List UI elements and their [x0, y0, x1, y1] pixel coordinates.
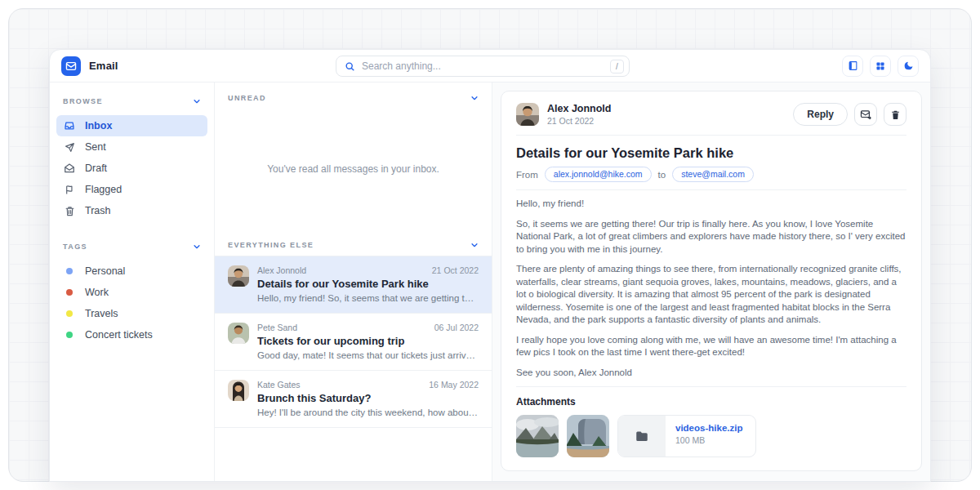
sidebar-item-label: Sent	[85, 141, 106, 153]
tags-section-header[interactable]: TAGS	[50, 239, 214, 254]
email-date: 06 Jul 2022	[434, 323, 479, 332]
sidebar-item-sent[interactable]: Sent	[56, 136, 207, 158]
tags-label: TAGS	[63, 243, 87, 251]
chevron-down-icon[interactable]	[470, 241, 479, 249]
avatar	[228, 323, 249, 344]
everything-else-label: EVERYTHING ELSE	[228, 241, 314, 249]
unread-section-header[interactable]: UNREAD	[215, 82, 492, 109]
chevron-down-icon[interactable]	[193, 97, 201, 105]
email-preview: Hey! I'll be around the city this weeken…	[257, 408, 479, 417]
search-shortcut-badge: /	[610, 60, 624, 74]
tag-color-dot	[66, 310, 73, 317]
file-attachment[interactable]: videos-hike.zip 100 MB	[617, 415, 756, 457]
body-paragraph: Hello, my friend!	[516, 198, 906, 211]
browse-label: BROWSE	[63, 97, 103, 105]
dark-mode-toggle[interactable]	[898, 56, 919, 77]
app-header: Email /	[50, 50, 930, 82]
unread-label: UNREAD	[228, 94, 266, 102]
reply-button[interactable]: Reply	[793, 103, 848, 126]
contacts-button[interactable]	[842, 56, 863, 77]
file-name: videos-hike.zip	[675, 423, 742, 433]
message-list-column: UNREAD You've read all messages in your …	[215, 82, 492, 482]
unread-empty-message: You've read all messages in your inbox.	[215, 109, 492, 229]
from-address-chip[interactable]: alex.jonnold@hike.com	[545, 167, 652, 182]
email-sender: Pete Sand	[257, 323, 297, 332]
avatar	[516, 103, 539, 126]
from-label: From	[516, 170, 538, 180]
tag-item-work[interactable]: Work	[56, 282, 207, 303]
email-sender: Kate Gates	[257, 380, 301, 390]
email-date: 16 May 2022	[429, 380, 479, 390]
tag-label: Concert tickets	[85, 329, 153, 341]
detail-header: Alex Jonnold 21 Oct 2022 Reply	[516, 103, 906, 136]
email-preview: Hello, my friend! So, it seems that we a…	[257, 293, 479, 303]
detail-subject: Details for our Yosemite Park hike	[516, 145, 906, 161]
detail-route: From alex.jonnold@hike.com to steve@mail…	[516, 167, 906, 190]
folder-icon	[618, 416, 666, 457]
email-sender: Alex Jonnold	[257, 265, 306, 275]
sidebar-item-flagged[interactable]: Flagged	[56, 179, 207, 200]
tags-nav: Personal Work Travels Concert tickets	[50, 261, 214, 345]
tag-color-dot	[66, 289, 73, 296]
tag-item-travels[interactable]: Travels	[56, 303, 207, 324]
sidebar-item-trash[interactable]: Trash	[56, 200, 207, 221]
mail-forward-icon	[860, 109, 871, 120]
email-subject: Tickets for our upcoming trip	[257, 335, 479, 347]
email-list-item[interactable]: Kate Gates 16 May 2022 Brunch this Satur…	[215, 371, 492, 428]
email-logo-icon	[61, 56, 81, 76]
tag-color-dot	[66, 268, 73, 274]
attachments-row: videos-hike.zip 100 MB	[516, 415, 906, 457]
tag-color-dot	[66, 332, 73, 338]
app-brand: Email	[61, 56, 118, 76]
body-paragraph: I really hope you love coming along with…	[516, 334, 906, 359]
flag-icon	[64, 185, 75, 195]
photo-attachment-half-dome[interactable]	[567, 415, 609, 457]
delete-button[interactable]	[884, 103, 906, 126]
chevron-down-icon[interactable]	[193, 243, 201, 251]
to-address-chip[interactable]: steve@mail.com	[672, 167, 754, 182]
header-actions	[842, 56, 919, 77]
email-list-item[interactable]: Pete Sand 06 Jul 2022 Tickets for our up…	[215, 314, 492, 371]
email-subject: Brunch this Saturday?	[257, 392, 479, 404]
email-subject: Details for our Yosemite Park hike	[257, 278, 479, 290]
attachments-label: Attachments	[516, 396, 906, 408]
avatar	[228, 380, 249, 401]
email-app-window: Email /	[49, 49, 931, 482]
body-paragraph: So, it seems we are getting there! Our t…	[516, 218, 906, 256]
send-icon	[64, 142, 75, 153]
grid-icon	[875, 61, 885, 71]
message-body: Hello, my friend! So, it seems we are ge…	[516, 190, 906, 387]
body-paragraph: There are plenty of amazing things to se…	[516, 263, 906, 327]
trash-icon	[890, 109, 901, 120]
body-paragraph: See you soon, Alex Jonnold	[516, 367, 906, 380]
message-detail-card: Alex Jonnold 21 Oct 2022 Reply	[501, 91, 922, 471]
sidebar-item-inbox[interactable]: Inbox	[56, 115, 207, 136]
detail-sender-name: Alex Jonnold	[547, 103, 611, 114]
tag-item-concert-tickets[interactable]: Concert tickets	[56, 324, 207, 345]
photo-attachment-valley[interactable]	[516, 415, 559, 457]
to-label: to	[658, 170, 666, 180]
email-date: 21 Oct 2022	[432, 265, 479, 275]
apps-button[interactable]	[870, 56, 891, 77]
email-list-item[interactable]: Alex Jonnold 21 Oct 2022 Details for our…	[215, 256, 492, 314]
sidebar-item-label: Flagged	[85, 184, 122, 195]
detail-actions: Reply	[793, 103, 906, 126]
app-title: Email	[89, 60, 118, 72]
search-input[interactable]	[362, 60, 604, 72]
tag-label: Work	[85, 287, 109, 298]
forward-button[interactable]	[854, 103, 877, 126]
sidebar-item-label: Draft	[85, 163, 107, 174]
chevron-down-icon[interactable]	[470, 94, 479, 102]
tag-item-personal[interactable]: Personal	[56, 261, 207, 282]
browse-section-header[interactable]: BROWSE	[50, 94, 214, 109]
book-icon	[848, 60, 858, 71]
everything-else-section-header[interactable]: EVERYTHING ELSE	[215, 229, 492, 256]
file-size: 100 MB	[675, 435, 742, 445]
search-bar[interactable]: /	[336, 56, 630, 77]
sidebar-item-label: Inbox	[85, 120, 112, 131]
message-detail-pane: Alex Jonnold 21 Oct 2022 Reply	[492, 82, 930, 482]
sidebar: BROWSE Inbox Sent	[50, 82, 215, 482]
sidebar-item-label: Trash	[85, 205, 111, 216]
tag-label: Travels	[85, 308, 118, 319]
sidebar-item-draft[interactable]: Draft	[56, 158, 207, 179]
